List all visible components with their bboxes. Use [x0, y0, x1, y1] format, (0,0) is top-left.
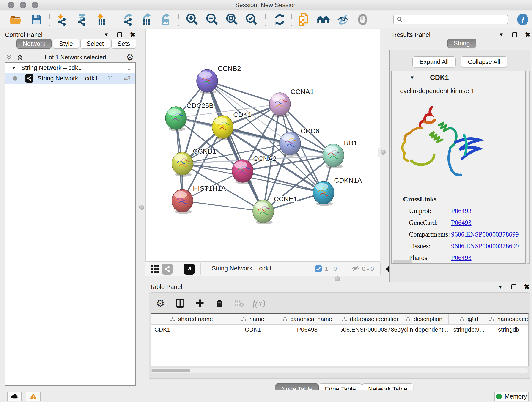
collapse-all-button[interactable]: Collapse All: [461, 56, 507, 67]
help-icon[interactable]: ?: [516, 13, 529, 26]
function-builder-icon[interactable]: f(x): [253, 298, 265, 309]
crosslink-link[interactable]: 9606.ENSP00000378699: [451, 242, 519, 250]
hidden-counts: 0 - 0: [362, 265, 374, 273]
tab-select[interactable]: Select: [80, 39, 110, 49]
network-collection-row[interactable]: ▼ String Network – cdk1 1: [6, 63, 135, 73]
save-session-icon[interactable]: [30, 13, 43, 26]
crosslink-label: GeneCard:: [409, 219, 451, 226]
import-network-database-icon[interactable]: [75, 13, 89, 26]
panel-float-icon[interactable]: [117, 32, 122, 37]
zoom-fit-icon[interactable]: [225, 13, 239, 26]
results-vscrollbar[interactable]: [526, 71, 530, 264]
column-header-canonicalname[interactable]: canonical name: [273, 314, 341, 324]
crosslinks-rows: Uniprot:P06493GeneCard:P06493Compartment…: [403, 207, 525, 262]
export-network-icon[interactable]: [121, 13, 135, 26]
node-entry-header[interactable]: ▼ CDK1: [392, 71, 525, 84]
grid-view-icon[interactable]: [149, 264, 159, 274]
tab-style[interactable]: Style: [53, 39, 79, 49]
left-splitter-handle[interactable]: [137, 203, 146, 212]
column-header-id[interactable]: @id: [449, 314, 489, 324]
warning-button[interactable]: [26, 392, 41, 401]
crosslink-link[interactable]: P06493: [451, 254, 472, 262]
table-close-icon[interactable]: ✖: [524, 284, 530, 289]
network-node-CCNE1[interactable]: CCNE1: [253, 195, 297, 224]
zoom-in-icon[interactable]: [186, 13, 199, 26]
hide-unhide-icon[interactable]: [336, 13, 350, 26]
table-row[interactable]: CDK1CDK1P064939606.ENSP00000378699cyclin…: [151, 325, 528, 335]
entry-expander-icon[interactable]: ▼: [410, 75, 414, 80]
delete-column-icon[interactable]: [214, 298, 225, 309]
network-node-CDC6[interactable]: CDC6: [279, 127, 319, 157]
highlight-icon[interactable]: [356, 13, 369, 26]
import-network-file-icon[interactable]: [56, 13, 69, 26]
table-hscrollbar[interactable]: [151, 368, 529, 373]
results-hscroll-thumb[interactable]: [393, 260, 412, 263]
table-cell[interactable]: 9606.ENSP00000378699: [341, 325, 399, 335]
right-splitter-handle[interactable]: [379, 148, 388, 157]
tab-string[interactable]: String: [447, 38, 476, 48]
export-table-icon[interactable]: [140, 13, 153, 26]
panel-menu-icon[interactable]: ▼: [104, 32, 109, 38]
string-view-icon[interactable]: [162, 264, 173, 274]
results-float-icon[interactable]: [512, 32, 517, 37]
warning-icon: [29, 392, 37, 401]
show-columns-icon[interactable]: [174, 298, 186, 309]
network-edge[interactable]: [207, 81, 280, 104]
column-header-namespace[interactable]: namespace: [489, 314, 528, 324]
delete-table-icon[interactable]: [234, 298, 245, 309]
table-float-icon[interactable]: [511, 284, 516, 289]
crosslink-link[interactable]: P06493: [451, 207, 472, 215]
table-cell[interactable]: stringdb:9...: [449, 325, 489, 335]
network-edge[interactable]: [182, 201, 263, 211]
network-row-selected[interactable]: String Network – cdk1 11 48: [6, 73, 135, 84]
table-hscroll-thumb[interactable]: [152, 369, 190, 372]
open-session-icon[interactable]: [9, 13, 22, 26]
table-options-gear-icon[interactable]: ⚙: [155, 298, 166, 309]
column-header-databaseidentifier[interactable]: database identifier: [341, 314, 399, 324]
refresh-layout-icon[interactable]: [273, 13, 286, 26]
panel-close-icon[interactable]: ✖: [130, 32, 136, 37]
share-document-icon[interactable]: [298, 13, 311, 26]
expand-all-button[interactable]: Expand All: [412, 56, 456, 67]
hidden-eye-icon[interactable]: 0 - 0: [351, 264, 374, 273]
control-panel-tabs: NetworkStyleSelectSets: [17, 39, 136, 49]
table-cell[interactable]: P06493: [273, 325, 341, 335]
network-node-HIST1H1A[interactable]: HIST1H1A: [172, 185, 226, 214]
expand-all-icon[interactable]: [16, 53, 24, 61]
collapse-all-icon[interactable]: [5, 53, 13, 61]
table-cell[interactable]: stringdb: [489, 325, 528, 335]
string-home-icon[interactable]: [317, 13, 330, 26]
search-field[interactable]: [393, 15, 508, 24]
collection-expander-icon[interactable]: ▼: [12, 65, 16, 70]
node-label: CDC6: [301, 127, 319, 135]
table-cell[interactable]: cyclin-dependent ...: [399, 325, 449, 335]
crosslink-label: Tissues:: [409, 242, 451, 250]
zoom-selected-icon[interactable]: [245, 13, 259, 26]
network-node-CDKN1A[interactable]: CDKN1A: [313, 177, 362, 206]
column-header-description[interactable]: description: [399, 314, 449, 324]
table-menu-icon[interactable]: ▼: [498, 284, 503, 290]
results-close-icon[interactable]: ✖: [525, 32, 531, 37]
detach-view-icon[interactable]: [184, 264, 195, 274]
table-cell[interactable]: CDK1: [151, 325, 232, 335]
zoom-out-icon[interactable]: [206, 13, 219, 26]
crosslink-link[interactable]: P06493: [451, 219, 472, 226]
column-header-name[interactable]: name: [232, 314, 273, 324]
search-input[interactable]: [403, 15, 508, 24]
selected-checkbox-icon[interactable]: 1 - 0: [314, 264, 337, 273]
add-column-icon[interactable]: [194, 298, 206, 309]
network-options-gear-icon[interactable]: ⚙: [126, 52, 134, 62]
network-node-RB1[interactable]: RB1: [323, 139, 357, 168]
import-table-icon[interactable]: [95, 13, 109, 26]
tab-sets[interactable]: Sets: [111, 39, 136, 49]
network-node-CCNA1[interactable]: CCNA1: [269, 88, 314, 117]
tab-network[interactable]: Network: [17, 39, 51, 49]
column-header-sharedname[interactable]: shared name: [151, 314, 232, 324]
cloud-button[interactable]: [7, 392, 22, 401]
table-cell[interactable]: CDK1: [232, 325, 273, 335]
network-canvas[interactable]: CCNB2CCNA1CDC25BCDK1CDC6RB1CCNB1CCNA2CDK…: [145, 29, 380, 261]
crosslink-link[interactable]: 9606.ENSP00000378699: [451, 230, 519, 238]
results-menu-icon[interactable]: ▼: [499, 32, 504, 38]
memory-button[interactable]: Memory: [494, 392, 529, 401]
export-image-icon[interactable]: [159, 13, 172, 26]
